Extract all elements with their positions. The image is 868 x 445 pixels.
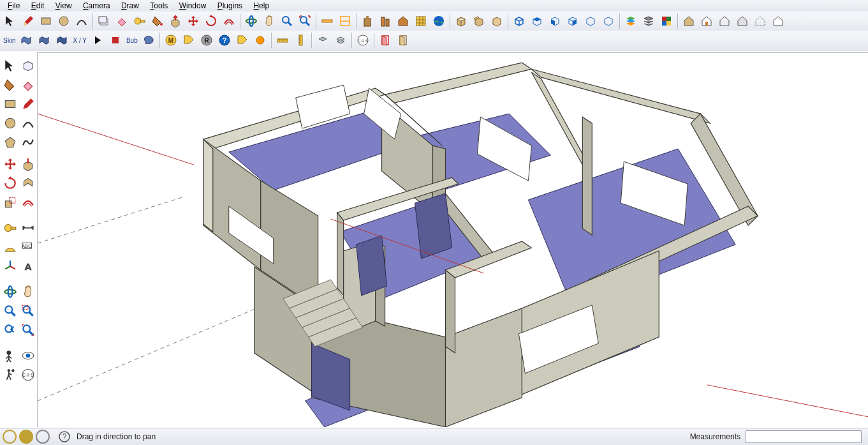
box-open-icon[interactable] [471, 13, 487, 29]
pencil-tool-icon[interactable] [20, 13, 36, 29]
building-icon-3[interactable] [395, 13, 411, 29]
tape-icon[interactable] [1, 219, 19, 237]
scale-icon[interactable] [1, 193, 19, 211]
building-icon-1[interactable] [359, 13, 376, 29]
pan-tool-icon[interactable] [261, 13, 277, 29]
status-circle-2-icon[interactable] [19, 430, 33, 444]
zoom-window-icon[interactable] [19, 302, 37, 320]
dimension-icon[interactable] [19, 219, 37, 237]
door-red-icon[interactable] [377, 32, 394, 49]
view-front-icon[interactable] [547, 13, 563, 29]
box-icon-1[interactable] [453, 13, 469, 29]
menu-view[interactable]: View [52, 0, 77, 11]
google-earth-icon[interactable] [430, 13, 447, 29]
skin-tool-1-icon[interactable] [18, 32, 34, 49]
skin-tool-2-icon[interactable] [36, 32, 52, 49]
style-wire-icon[interactable] [716, 13, 733, 29]
plane-2-icon[interactable] [332, 32, 349, 49]
offset-icon[interactable] [19, 193, 37, 211]
arc-icon[interactable] [19, 114, 37, 132]
materials-icon[interactable] [658, 13, 675, 29]
freehand-icon[interactable] [19, 133, 37, 151]
offset-tool-icon[interactable] [221, 13, 237, 29]
box-icon-2[interactable] [489, 13, 505, 29]
protractor-icon[interactable] [1, 238, 19, 256]
status-circle-3-icon[interactable] [36, 430, 50, 444]
circle-tool-icon[interactable] [55, 13, 72, 29]
make-component-icon[interactable] [96, 13, 112, 29]
menu-camera[interactable]: Camera [79, 0, 115, 11]
modeling-viewport[interactable] [37, 52, 868, 427]
line-icon[interactable] [19, 95, 37, 113]
menu-edit[interactable]: Edit [27, 0, 50, 11]
axes-icon[interactable] [1, 257, 19, 275]
ruler-h-icon[interactable] [274, 32, 291, 49]
section-display-icon[interactable] [337, 13, 353, 29]
bubble-icon[interactable] [140, 32, 157, 49]
select-tool-icon[interactable] [2, 13, 18, 29]
style-xray-icon[interactable] [752, 13, 769, 29]
look-around-icon[interactable] [19, 347, 37, 365]
orbit-icon[interactable] [1, 283, 19, 301]
crs-badge-icon[interactable]: C R S [355, 32, 371, 49]
3dtext-icon[interactable]: A [19, 257, 37, 275]
orange-dot-icon[interactable] [252, 32, 268, 49]
stop-icon[interactable] [107, 32, 124, 49]
followme-icon[interactable] [19, 174, 37, 192]
zoom-icon[interactable] [1, 302, 19, 320]
rectangle-icon[interactable] [1, 95, 19, 113]
rotate-icon[interactable] [1, 174, 19, 192]
menu-window[interactable]: Window [175, 0, 212, 11]
select-icon[interactable] [1, 57, 19, 75]
polygon-icon[interactable] [1, 133, 19, 151]
tag-yellow-2-icon[interactable] [234, 32, 251, 49]
view-top-icon[interactable] [529, 13, 545, 29]
arc-tool-icon[interactable] [73, 13, 90, 29]
plane-1-icon[interactable] [314, 32, 331, 49]
layers-colored-icon[interactable] [622, 13, 639, 29]
style-color-icon[interactable] [770, 13, 786, 29]
style-hidden-icon[interactable] [698, 13, 715, 29]
rotate-tool-icon[interactable] [203, 13, 219, 29]
eraser-icon[interactable] [19, 76, 37, 94]
view-back-icon[interactable] [582, 13, 599, 29]
circle-icon[interactable] [1, 114, 19, 132]
menu-draw[interactable]: Draw [117, 0, 144, 11]
orbit-tool-icon[interactable] [243, 13, 260, 29]
r-ball-icon[interactable]: R [198, 32, 215, 49]
text-icon[interactable]: ABC [19, 238, 37, 256]
menu-file[interactable]: FFileile [4, 0, 25, 11]
section-icon[interactable]: C R S [19, 366, 37, 384]
style-mono-icon[interactable] [734, 13, 751, 29]
style-shaded-icon[interactable] [680, 13, 697, 29]
tag-yellow-icon[interactable] [180, 32, 197, 49]
door-tan-icon[interactable] [395, 32, 411, 49]
menu-plugins[interactable]: Plugins [214, 0, 247, 11]
layers-stack-icon[interactable] [640, 13, 657, 29]
texture-icon[interactable] [413, 13, 429, 29]
zoom-tool-icon[interactable] [279, 13, 295, 29]
walk-icon[interactable] [1, 366, 19, 384]
paint-icon[interactable] [1, 76, 19, 94]
zoom-prev-icon[interactable] [1, 321, 19, 339]
m-ball-icon[interactable]: M [163, 32, 179, 49]
push-pull-icon[interactable] [167, 13, 184, 29]
view-right-icon[interactable] [564, 13, 581, 29]
pushpull-icon[interactable] [19, 155, 37, 173]
building-icon-2[interactable] [377, 13, 394, 29]
skin-tool-3-icon[interactable] [54, 32, 70, 49]
view-left-icon[interactable] [600, 13, 617, 29]
ruler-v-icon[interactable] [292, 32, 309, 49]
section-plane-icon[interactable] [319, 13, 335, 29]
help-ball-icon[interactable]: ? [216, 32, 233, 49]
component-icon[interactable] [19, 57, 37, 75]
rectangle-tool-icon[interactable] [38, 13, 54, 29]
move-icon[interactable] [1, 155, 19, 173]
play-icon[interactable] [89, 32, 106, 49]
zoom-extents-icon[interactable] [297, 13, 313, 29]
measurements-input[interactable] [746, 430, 862, 443]
menu-help[interactable]: Help [249, 0, 274, 11]
paint-bucket-icon[interactable] [149, 13, 166, 29]
position-camera-icon[interactable] [1, 347, 19, 365]
menu-tools[interactable]: Tools [146, 0, 173, 11]
